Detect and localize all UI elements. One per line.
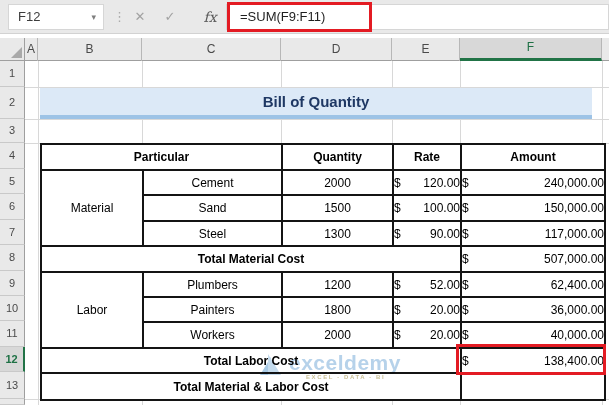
row-header-4[interactable]: 4: [0, 143, 25, 169]
row-header-13[interactable]: 13: [0, 372, 25, 399]
currency-symbol: $: [462, 303, 469, 317]
currency-symbol: $: [394, 328, 401, 342]
rate-cell[interactable]: $52.00: [393, 272, 461, 297]
amount-cell[interactable]: $62,400.00: [461, 272, 605, 297]
amount-cell[interactable]: $150,000.00: [461, 195, 605, 221]
row-header-partial[interactable]: [0, 399, 25, 405]
quantity-cell[interactable]: 2000: [282, 322, 393, 348]
currency-symbol: $: [462, 201, 469, 215]
row-header-2[interactable]: 2: [0, 87, 25, 119]
group-label-material[interactable]: Material: [41, 170, 143, 246]
item-cell[interactable]: Cement: [143, 170, 282, 195]
currency-symbol: $: [462, 227, 469, 241]
enter-icon[interactable]: ✓: [158, 4, 182, 30]
insert-function-icon[interactable]: fx: [198, 4, 222, 30]
header-rate[interactable]: Rate: [393, 144, 461, 170]
quantity-cell[interactable]: 1800: [282, 297, 393, 322]
row-header-10[interactable]: 10: [0, 296, 25, 321]
quantity-cell[interactable]: 1300: [282, 221, 393, 246]
currency-symbol: $: [462, 176, 469, 190]
result-cell-highlight-annotation: [456, 344, 606, 375]
currency-symbol: $: [394, 176, 401, 190]
amount-value: 117,000.00: [545, 227, 604, 241]
total-material-amount: 507,000.00: [544, 252, 604, 266]
item-cell[interactable]: Workers: [143, 322, 282, 348]
rate-value: 52.00: [430, 278, 460, 292]
currency-symbol: $: [462, 252, 469, 266]
amount-cell[interactable]: $36,000.00: [461, 297, 605, 322]
row-headers: 1 2 3 4 5 6 7 8 9 10 11 12 13: [0, 61, 25, 405]
grand-total-amount-cell-empty[interactable]: [461, 373, 605, 400]
row-header-1[interactable]: 1: [0, 61, 25, 87]
rate-value: 100.00: [423, 201, 460, 215]
row-header-5[interactable]: 5: [0, 169, 25, 194]
total-material-amount-cell[interactable]: $507,000.00: [461, 246, 605, 272]
header-particular[interactable]: Particular: [41, 144, 282, 170]
currency-symbol: $: [394, 227, 401, 241]
column-header-a[interactable]: A: [25, 38, 38, 61]
amount-value: 240,000.00: [544, 176, 604, 190]
row-header-8[interactable]: 8: [0, 245, 25, 271]
rate-cell[interactable]: $100.00: [393, 195, 461, 221]
name-box-dropdown-icon[interactable]: ▾: [91, 5, 96, 29]
item-cell[interactable]: Plumbers: [143, 272, 282, 297]
gridline: [38, 61, 39, 405]
column-header-c[interactable]: C: [142, 38, 281, 61]
currency-symbol: $: [462, 328, 469, 342]
sheet-title-cell[interactable]: Bill of Quantity: [40, 88, 592, 119]
header-amount[interactable]: Amount: [461, 144, 605, 170]
rate-value: 20.00: [430, 303, 460, 317]
amount-value: 36,000.00: [551, 303, 604, 317]
amount-value: 62,400.00: [551, 278, 604, 292]
cancel-icon[interactable]: ✕: [128, 4, 152, 30]
rate-cell[interactable]: $120.00: [393, 170, 461, 195]
row-header-12-selected[interactable]: 12: [0, 347, 25, 372]
name-box-value: F12: [18, 9, 40, 24]
rate-value: 90.00: [430, 227, 460, 241]
rate-cell[interactable]: $20.00: [393, 322, 461, 348]
column-header-partial[interactable]: [602, 38, 609, 61]
select-all-icon: [11, 47, 22, 58]
header-quantity[interactable]: Quantity: [282, 144, 393, 170]
name-box[interactable]: F12 ▾: [8, 4, 104, 30]
sheet-title: Bill of Quantity: [263, 88, 370, 115]
row-header-11[interactable]: 11: [0, 321, 25, 347]
item-cell[interactable]: Steel: [143, 221, 282, 246]
amount-cell[interactable]: $240,000.00: [461, 170, 605, 195]
amount-cell[interactable]: $117,000.00: [461, 221, 605, 246]
rate-value: 20.00: [430, 328, 460, 342]
total-material-label[interactable]: Total Material Cost: [41, 246, 461, 272]
row-header-7[interactable]: 7: [0, 220, 25, 245]
gridline: [25, 119, 609, 120]
formula-bar-grip-icon: ⋮: [113, 4, 126, 30]
row-header-6[interactable]: 6: [0, 194, 25, 220]
column-header-f-selected[interactable]: F: [460, 38, 602, 61]
row-header-9[interactable]: 9: [0, 271, 25, 296]
amount-value: 150,000.00: [544, 201, 604, 215]
excel-window: F12 ▾ ⋮ ✕ ✓ fx =SUM(F9:F11) A B C D E F …: [0, 0, 609, 405]
grand-total-label[interactable]: Total Material & Labor Cost: [41, 373, 461, 400]
formula-highlight-annotation: [227, 2, 372, 32]
column-header-e[interactable]: E: [392, 38, 460, 61]
rate-cell[interactable]: $90.00: [393, 221, 461, 246]
quantity-cell[interactable]: 1500: [282, 195, 393, 221]
column-headers: A B C D E F: [0, 38, 609, 61]
column-header-b[interactable]: B: [38, 38, 142, 61]
currency-symbol: $: [394, 201, 401, 215]
group-label-labor[interactable]: Labor: [41, 272, 143, 348]
total-labor-label[interactable]: Total Labor Cost: [41, 348, 461, 373]
rate-value: 120.00: [423, 176, 460, 190]
item-cell[interactable]: Sand: [143, 195, 282, 221]
quantity-cell[interactable]: 1200: [282, 272, 393, 297]
item-cell[interactable]: Painters: [143, 297, 282, 322]
currency-symbol: $: [462, 278, 469, 292]
quantity-cell[interactable]: 2000: [282, 170, 393, 195]
select-all-button[interactable]: [0, 38, 25, 61]
row-header-3[interactable]: 3: [0, 119, 25, 143]
rate-cell[interactable]: $20.00: [393, 297, 461, 322]
amount-value: 40,000.00: [551, 328, 604, 342]
column-header-d[interactable]: D: [281, 38, 392, 61]
currency-symbol: $: [394, 303, 401, 317]
currency-symbol: $: [394, 278, 401, 292]
